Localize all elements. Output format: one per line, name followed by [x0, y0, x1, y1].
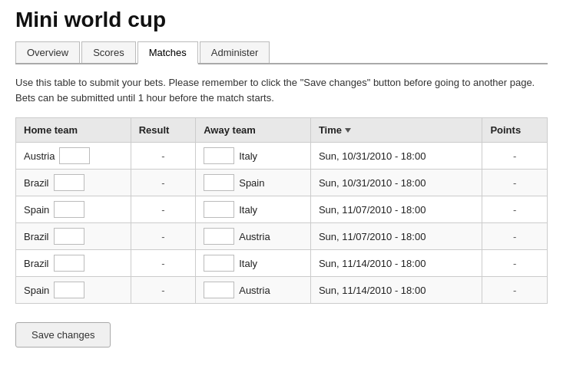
- tab-overview[interactable]: Overview: [15, 41, 80, 63]
- save-changes-button[interactable]: Save changes: [15, 322, 111, 348]
- col-header-points: Points: [482, 118, 548, 143]
- away-team-cell: Italy: [196, 250, 311, 277]
- away-score-input[interactable]: [204, 228, 234, 245]
- result-cell: -: [131, 277, 196, 304]
- points-cell: -: [482, 223, 548, 250]
- away-team-cell: Spain: [196, 170, 311, 196]
- home-score-input[interactable]: [54, 174, 84, 191]
- tab-scores[interactable]: Scores: [81, 41, 135, 63]
- tab-matches[interactable]: Matches: [137, 41, 198, 64]
- col-header-home-team: Home team: [16, 118, 131, 143]
- table-row: Brazil-ItalySun, 11/14/2010 - 18:00-: [16, 250, 548, 277]
- time-cell: Sun, 10/31/2010 - 18:00: [310, 170, 482, 196]
- time-cell: Sun, 10/31/2010 - 18:00: [310, 143, 482, 170]
- time-cell: Sun, 11/07/2010 - 18:00: [310, 223, 482, 250]
- matches-table: Home team Result Away team Time Points A…: [15, 117, 548, 304]
- col-header-result: Result: [131, 118, 196, 143]
- away-score-input[interactable]: [204, 201, 234, 218]
- home-team-cell: Spain: [16, 277, 131, 304]
- points-cell: -: [482, 250, 548, 277]
- away-score-input[interactable]: [204, 147, 234, 164]
- table-row: Brazil-SpainSun, 10/31/2010 - 18:00-: [16, 170, 548, 196]
- table-row: Spain-ItalySun, 11/07/2010 - 18:00-: [16, 196, 548, 223]
- info-text: Use this table to submit your bets. Plea…: [15, 75, 548, 105]
- home-team-cell: Spain: [16, 196, 131, 223]
- result-cell: -: [131, 143, 196, 170]
- tab-bar: Overview Scores Matches Administer: [15, 41, 548, 64]
- table-row: Austria-ItalySun, 10/31/2010 - 18:00-: [16, 143, 548, 170]
- away-team-cell: Austria: [196, 277, 311, 304]
- table-row: Brazil-AustriaSun, 11/07/2010 - 18:00-: [16, 223, 548, 250]
- table-row: Spain-AustriaSun, 11/14/2010 - 18:00-: [16, 277, 548, 304]
- home-team-cell: Austria: [16, 143, 131, 170]
- home-score-input[interactable]: [54, 228, 84, 245]
- col-header-away-team: Away team: [196, 118, 311, 143]
- result-cell: -: [131, 250, 196, 277]
- home-score-input[interactable]: [59, 147, 90, 164]
- away-team-cell: Italy: [196, 196, 311, 223]
- away-score-input[interactable]: [204, 282, 234, 298]
- time-cell: Sun, 11/07/2010 - 18:00: [310, 196, 482, 223]
- result-cell: -: [131, 223, 196, 250]
- time-cell: Sun, 11/14/2010 - 18:00: [310, 277, 482, 304]
- home-team-cell: Brazil: [16, 170, 131, 196]
- away-team-cell: Italy: [196, 143, 311, 170]
- home-team-cell: Brazil: [16, 223, 131, 250]
- home-score-input[interactable]: [54, 282, 84, 298]
- result-cell: -: [131, 170, 196, 196]
- points-cell: -: [482, 143, 548, 170]
- time-cell: Sun, 11/14/2010 - 18:00: [310, 250, 482, 277]
- points-cell: -: [482, 170, 548, 196]
- result-cell: -: [131, 196, 196, 223]
- tab-administer[interactable]: Administer: [200, 41, 270, 63]
- away-team-cell: Austria: [196, 223, 311, 250]
- home-team-cell: Brazil: [16, 250, 131, 277]
- away-score-input[interactable]: [204, 255, 234, 272]
- page-title: Mini world cup: [15, 8, 548, 32]
- points-cell: -: [482, 277, 548, 304]
- col-header-time: Time: [310, 118, 482, 143]
- home-score-input[interactable]: [54, 255, 84, 272]
- sort-icon: [345, 128, 351, 133]
- away-score-input[interactable]: [204, 174, 234, 191]
- home-score-input[interactable]: [54, 201, 84, 218]
- points-cell: -: [482, 196, 548, 223]
